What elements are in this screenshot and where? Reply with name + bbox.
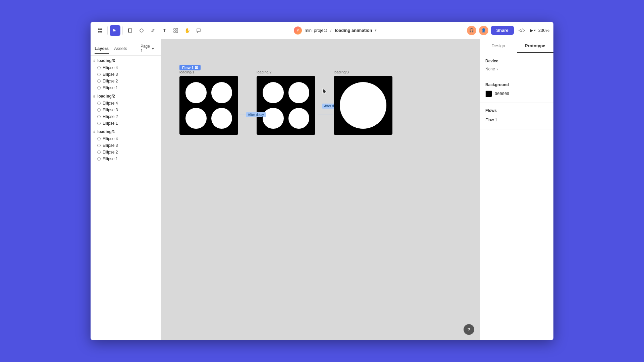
svg-point-13 (153, 29, 154, 29)
layer-child-label: Ellipse 1 (103, 85, 118, 90)
device-value: None ▾ (485, 67, 548, 71)
canvas[interactable]: Flow 1 ⊡ loading/1 loading/2 (161, 39, 480, 340)
code-button[interactable]: </> (517, 25, 527, 36)
frame-label-loading3: loading/3 (334, 70, 349, 74)
page-selector[interactable]: Page 1 ▾ (138, 42, 157, 55)
device-title: Device (485, 59, 548, 63)
svg-rect-0 (98, 28, 100, 30)
tab-prototype[interactable]: Prototype (517, 39, 554, 53)
play-controls[interactable]: ▶ ▾ (530, 28, 536, 33)
layer-child-label: Ellipse 1 (103, 121, 118, 126)
list-item[interactable]: Ellipse 1 (93, 156, 161, 162)
frame-box-loading1 (179, 76, 238, 135)
bg-color-value[interactable]: 000000 (495, 92, 509, 96)
comment-tool-btn[interactable] (193, 25, 204, 36)
layer-group-loading3: # loading/3 Ellipse 4 Ellipse 3 Ellipse … (91, 57, 161, 91)
frame-loading1[interactable]: Flow 1 ⊡ loading/1 (179, 76, 238, 135)
tool-group-left: T ✋ (95, 25, 204, 36)
help-button[interactable]: ? (464, 324, 474, 335)
device-none: None (485, 67, 495, 71)
file-name[interactable]: loading animation (335, 28, 372, 33)
svg-point-12 (140, 29, 143, 32)
hand-tool-btn[interactable]: ✋ (182, 25, 193, 36)
layer-child-label: Ellipse 3 (103, 72, 118, 77)
dropdown-icon: ▾ (534, 28, 536, 32)
layer-header-loading2[interactable]: # loading/2 (91, 93, 161, 100)
layer-child-label: Ellipse 1 (103, 157, 118, 161)
zoom-level[interactable]: 230% (538, 28, 549, 33)
svg-rect-15 (176, 28, 178, 30)
frame-label-loading2: loading/2 (257, 70, 272, 74)
frame-label-loading1: loading/1 (179, 70, 195, 74)
flows-section: Flows Flow 1 (480, 103, 553, 129)
tab-design[interactable]: Design (480, 39, 517, 53)
breadcrumb-sep: / (330, 28, 332, 33)
tab-layers[interactable]: Layers (95, 44, 109, 54)
frame-icon: # (93, 130, 95, 134)
dropdown-arrow[interactable]: ▾ (375, 28, 377, 33)
ellipse-icon (97, 73, 101, 76)
list-item[interactable]: Ellipse 4 (93, 64, 161, 71)
ellipse-icon (97, 137, 101, 140)
text-tool-btn[interactable]: T (159, 25, 170, 36)
layer-child-label: Ellipse 4 (103, 101, 118, 106)
shape-tool-btn[interactable] (136, 25, 147, 36)
project-name: mini project (305, 28, 327, 33)
after-delay-badge-1: After delay (246, 112, 266, 117)
avatar: 🎧 (467, 26, 476, 35)
flow-item[interactable]: Flow 1 (485, 116, 548, 124)
layer-child-label: Ellipse 3 (103, 143, 118, 148)
center-title: P mini project / loading animation ▾ (207, 26, 464, 35)
flow-start-icon: ⊡ (195, 65, 198, 70)
ellipse2 (211, 82, 232, 103)
menu-tool[interactable] (95, 25, 105, 36)
frame-loading3[interactable]: loading/3 (334, 76, 392, 135)
ellipse-icon (97, 157, 101, 161)
layer-child-label: Ellipse 3 (103, 108, 118, 112)
bg-swatch[interactable] (485, 90, 492, 97)
ellipse-icon (97, 144, 101, 147)
list-item[interactable]: Ellipse 4 (93, 100, 161, 107)
layer-child-label: Ellipse 2 (103, 150, 118, 155)
svg-rect-10 (128, 28, 132, 29)
play-icon: ▶ (530, 28, 533, 33)
layer-child-label: Ellipse 4 (103, 136, 118, 141)
list-item[interactable]: Ellipse 2 (93, 78, 161, 84)
svg-rect-17 (176, 31, 178, 33)
list-item[interactable]: Ellipse 3 (93, 107, 161, 113)
share-button[interactable]: Share (491, 26, 514, 35)
layer-group-loading2: # loading/2 Ellipse 4 Ellipse 3 Ellipse … (91, 93, 161, 127)
separator1 (107, 26, 108, 35)
svg-rect-1 (100, 28, 102, 30)
loading1-children: Ellipse 4 Ellipse 3 Ellipse 2 Ellipse 1 (91, 135, 161, 162)
flow-tag[interactable]: Flow 1 ⊡ (179, 65, 201, 70)
frame-loading2[interactable]: loading/2 After delay (257, 76, 315, 135)
ellipse-icon (97, 102, 101, 105)
bg-row: 000000 (485, 90, 548, 97)
frame-tool-btn[interactable] (125, 25, 136, 36)
ellipse-icon (97, 108, 101, 112)
app-window: T ✋ P mini project / (91, 22, 553, 340)
list-item[interactable]: Ellipse 1 (93, 120, 161, 127)
layer-header-loading1[interactable]: # loading/1 (91, 128, 161, 135)
layer-group-loading1: # loading/1 Ellipse 4 Ellipse 3 Ellipse … (91, 128, 161, 162)
list-item[interactable]: Ellipse 1 (93, 84, 161, 91)
list-item[interactable]: Ellipse 3 (93, 71, 161, 78)
device-section: Device None ▾ (480, 53, 553, 77)
flow-tag-label: Flow 1 (182, 66, 194, 70)
ellipse1 (185, 82, 207, 103)
list-item[interactable]: Ellipse 2 (93, 113, 161, 120)
ellipse1 (263, 82, 284, 103)
layer-header-loading3[interactable]: # loading/3 (91, 57, 161, 64)
component-tool-btn[interactable] (170, 25, 181, 36)
list-item[interactable]: Ellipse 2 (93, 149, 161, 156)
frames-area: Flow 1 ⊡ loading/1 loading/2 (179, 76, 392, 135)
flows-title: Flows (485, 108, 548, 113)
tab-assets[interactable]: Assets (114, 44, 127, 54)
select-tool-btn[interactable] (110, 25, 120, 36)
list-item[interactable]: Ellipse 4 (93, 135, 161, 142)
list-item[interactable]: Ellipse 3 (93, 142, 161, 149)
pen-tool-btn[interactable] (148, 25, 158, 36)
ellipse4 (211, 108, 232, 129)
frame-icon: # (93, 94, 95, 98)
